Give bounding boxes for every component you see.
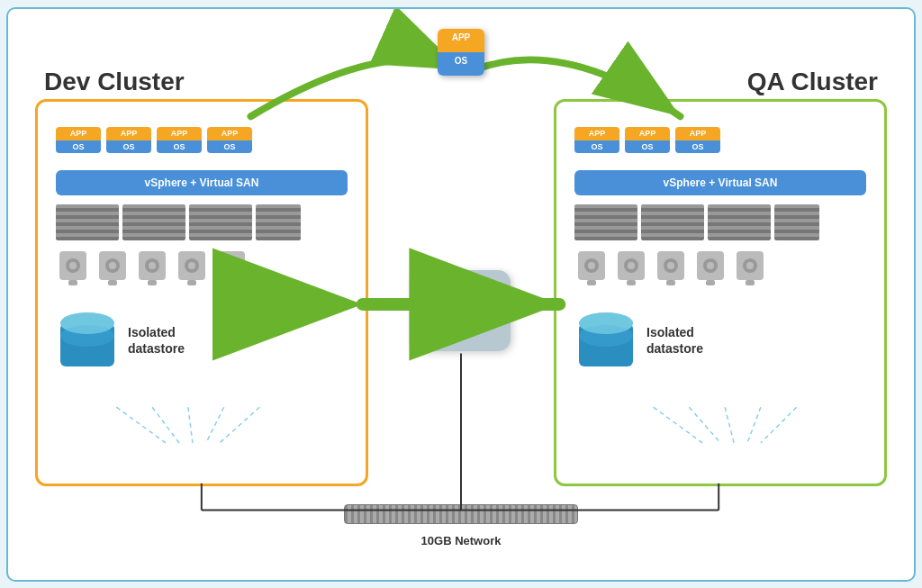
svg-rect-53 bbox=[666, 280, 675, 285]
qa-hdd-3 bbox=[654, 249, 688, 287]
qa-cluster-title: QA Cluster bbox=[747, 68, 878, 96]
dev-server-3 bbox=[189, 204, 252, 240]
dev-servers-row bbox=[56, 204, 348, 240]
qa-server-4 bbox=[774, 204, 819, 240]
qa-isolated-section: Isolateddatastore bbox=[574, 303, 866, 371]
qa-servers-row bbox=[574, 204, 866, 240]
dev-hdd-5 bbox=[214, 249, 249, 287]
svg-point-56 bbox=[707, 262, 714, 269]
svg-rect-29 bbox=[148, 280, 157, 285]
qa-hdd-1 bbox=[574, 249, 609, 287]
qa-app-tiles-row: APP OS APP OS APP OS bbox=[574, 120, 866, 161]
qa-server-3 bbox=[708, 204, 771, 240]
migration-app-tile: APP OS bbox=[438, 29, 484, 76]
dev-hdd-4 bbox=[175, 249, 209, 287]
qa-server-2 bbox=[641, 204, 704, 240]
vcenter-label: vCenter Server bbox=[420, 302, 503, 318]
svg-rect-25 bbox=[108, 280, 117, 285]
qa-hdd-5 bbox=[733, 249, 767, 287]
diagram-container: Dev Cluster QA Cluster APP OS APP OS APP… bbox=[6, 7, 916, 582]
qa-hdds-row bbox=[574, 249, 866, 287]
svg-rect-33 bbox=[187, 280, 196, 285]
qa-isolated-label: Isolateddatastore bbox=[646, 324, 703, 357]
dev-isolated-label: Isolateddatastore bbox=[128, 324, 185, 357]
qa-cluster-box: APP OS APP OS APP OS vSphere + Virtual S… bbox=[554, 99, 887, 486]
dev-hdd-2 bbox=[95, 249, 130, 287]
dev-vsphere-bar: vSphere + Virtual SAN bbox=[56, 170, 348, 195]
svg-point-41 bbox=[60, 312, 114, 334]
svg-point-52 bbox=[667, 262, 674, 269]
svg-point-24 bbox=[109, 262, 116, 269]
qa-db-icon bbox=[574, 303, 637, 371]
svg-point-36 bbox=[228, 262, 235, 269]
qa-hdd-4 bbox=[693, 249, 728, 287]
svg-point-44 bbox=[588, 262, 595, 269]
svg-rect-49 bbox=[627, 280, 636, 285]
dev-hdd-1 bbox=[56, 249, 90, 287]
qa-vsphere-bar: vSphere + Virtual SAN bbox=[574, 170, 866, 195]
vcenter-server-box: vCenter Server bbox=[411, 270, 511, 351]
svg-point-60 bbox=[746, 262, 754, 269]
svg-point-65 bbox=[579, 312, 633, 334]
qa-app-tile-1: APP OS bbox=[574, 120, 619, 161]
dev-isolated-section: Isolateddatastore bbox=[56, 303, 348, 371]
qa-app-tile-3: APP OS bbox=[675, 120, 720, 161]
dev-hdd-3 bbox=[135, 249, 169, 287]
network-label: 10GB Network bbox=[421, 534, 502, 547]
svg-rect-61 bbox=[746, 280, 755, 285]
svg-point-28 bbox=[149, 262, 156, 269]
network-switch bbox=[344, 504, 578, 524]
qa-server-1 bbox=[574, 204, 637, 240]
svg-point-48 bbox=[628, 262, 635, 269]
dev-server-4 bbox=[256, 204, 301, 240]
dev-app-tile-2: APP OS bbox=[106, 120, 151, 161]
svg-rect-45 bbox=[587, 280, 596, 285]
qa-app-tile-2: APP OS bbox=[625, 120, 670, 161]
dev-app-tile-1: APP OS bbox=[56, 120, 101, 161]
dev-app-tile-3: APP OS bbox=[157, 120, 202, 161]
dev-app-tile-4: APP OS bbox=[207, 120, 252, 161]
svg-rect-37 bbox=[227, 280, 236, 285]
dev-hdds-row bbox=[56, 249, 348, 287]
dev-db-icon bbox=[56, 303, 119, 371]
qa-hdd-2 bbox=[614, 249, 648, 287]
dev-server-2 bbox=[122, 204, 185, 240]
svg-rect-21 bbox=[68, 280, 77, 285]
svg-rect-57 bbox=[706, 280, 715, 285]
dev-cluster-box: APP OS APP OS APP OS APP OS vSphere + Vi… bbox=[35, 99, 368, 486]
dev-server-1 bbox=[56, 204, 119, 240]
dev-cluster-title: Dev Cluster bbox=[44, 68, 185, 96]
dev-app-tiles-row: APP OS APP OS APP OS APP OS bbox=[56, 120, 348, 161]
svg-point-32 bbox=[188, 262, 195, 269]
svg-point-20 bbox=[69, 262, 77, 269]
